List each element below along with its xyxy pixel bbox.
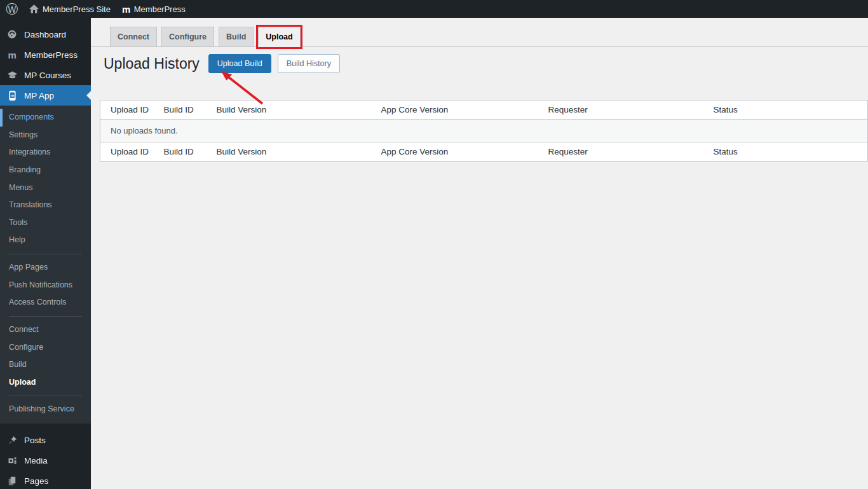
column-status: Status [707, 100, 868, 120]
submenu-item-menus[interactable]: Menus [0, 179, 91, 197]
sidebar-item-label: MP Courses [24, 71, 71, 80]
home-icon [29, 4, 39, 13]
memberpress-adminbar-label: MemberPress [134, 4, 186, 14]
column-app-core-version: App Core Version [375, 142, 542, 162]
submenu-item-integrations[interactable]: Integrations [0, 144, 91, 162]
page-title: Upload History [104, 55, 200, 73]
memberpress-icon: m [6, 49, 18, 60]
column-status: Status [707, 142, 868, 162]
submenu-item-app-pages[interactable]: App Pages [0, 259, 91, 277]
column-upload-id: Upload ID [100, 100, 158, 120]
column-build-id: Build ID [158, 142, 210, 162]
submenu-item-branding[interactable]: Branding [0, 162, 91, 179]
tab-configure[interactable]: Configure [161, 27, 214, 46]
main-menu: Dashboard m MemberPress MP Courses m MP … [0, 18, 91, 106]
column-requester: Requester [542, 142, 707, 162]
submenu-item-publishing-service[interactable]: Publishing Service [0, 401, 91, 418]
submenu-item-translations[interactable]: Translations [0, 196, 91, 214]
table-footer: Upload ID Build ID Build Version App Cor… [100, 142, 868, 162]
sidebar-item-label: MP App [24, 91, 54, 100]
submenu-group-1: Components Settings Integrations Brandin… [0, 109, 91, 249]
tab-upload[interactable]: Upload [258, 27, 300, 47]
submenu-item-access-controls[interactable]: Access Controls [0, 294, 91, 312]
sidebar-item-label: Dashboard [24, 30, 66, 39]
table-header: Upload ID Build ID Build Version App Cor… [100, 100, 868, 120]
courses-icon [6, 69, 18, 81]
sidebar-item-memberpress[interactable]: m MemberPress [0, 45, 91, 65]
submenu-group-4: Publishing Service [0, 401, 91, 418]
build-history-button[interactable]: Build History [278, 54, 340, 73]
mp-app-submenu: Components Settings Integrations Brandin… [0, 106, 91, 424]
page-header: Upload History Upload Build Build Histor… [104, 54, 868, 73]
submenu-item-components[interactable]: Components [0, 109, 91, 127]
sidebar-item-mp-app[interactable]: m MP App [0, 85, 91, 106]
column-build-id: Build ID [158, 100, 210, 120]
dashboard-icon [6, 29, 18, 40]
upload-history-table: Upload ID Build ID Build Version App Cor… [100, 100, 868, 162]
sidebar-item-mp-courses[interactable]: MP Courses [0, 65, 91, 85]
submenu-item-configure[interactable]: Configure [0, 339, 91, 357]
submenu-item-upload[interactable]: Upload [0, 374, 91, 392]
pages-icon [6, 475, 18, 486]
submenu-divider [9, 254, 82, 254]
sidebar-item-label: Pages [24, 476, 48, 486]
media-icon [6, 455, 18, 466]
submenu-item-settings[interactable]: Settings [0, 127, 91, 144]
column-requester: Requester [542, 100, 707, 120]
tab-connect[interactable]: Connect [110, 27, 157, 46]
column-app-core-version: App Core Version [375, 100, 542, 120]
empty-message: No uploads found. [100, 120, 868, 142]
upload-build-button[interactable]: Upload Build [208, 54, 271, 73]
wordpress-logo-menu[interactable]: Ⓦ [0, 0, 24, 18]
submenu-item-push-notifications[interactable]: Push Notifications [0, 277, 91, 294]
submenu-group-2: App Pages Push Notifications Access Cont… [0, 259, 91, 312]
wordpress-logo-icon: Ⓦ [6, 3, 18, 15]
column-upload-id: Upload ID [100, 142, 158, 162]
sidebar-item-dashboard[interactable]: Dashboard [0, 24, 91, 45]
sidebar-item-label: Posts [24, 436, 46, 445]
site-name-label: MemberPress Site [43, 4, 111, 14]
table-row: No uploads found. [100, 120, 868, 142]
core-menu: Posts Media Pages Comments Adminbar Edit… [0, 430, 91, 489]
sidebar-item-pages[interactable]: Pages [0, 471, 91, 489]
sidebar-item-label: Media [24, 456, 48, 465]
svg-text:m: m [10, 93, 13, 97]
content-area: Connect Configure Build Upload Upload Hi… [91, 18, 868, 489]
column-build-version: Build Version [210, 100, 375, 120]
admin-sidebar: Dashboard m MemberPress MP Courses m MP … [0, 18, 91, 489]
tab-build[interactable]: Build [219, 27, 254, 46]
column-build-version: Build Version [210, 142, 375, 162]
sidebar-item-posts[interactable]: Posts [0, 430, 91, 450]
memberpress-logo-icon: m [122, 4, 130, 15]
submenu-divider [9, 396, 82, 396]
sidebar-item-label: MemberPress [24, 50, 78, 60]
admin-bar: Ⓦ MemberPress Site m MemberPress [0, 0, 868, 18]
submenu-item-connect[interactable]: Connect [0, 321, 91, 339]
submenu-divider [9, 316, 82, 317]
app-icon: m [6, 90, 18, 101]
tab-bar: Connect Configure Build Upload [91, 18, 868, 47]
sidebar-item-media[interactable]: Media [0, 450, 91, 471]
submenu-item-build[interactable]: Build [0, 356, 91, 374]
pushpin-icon [6, 434, 18, 446]
memberpress-adminbar-menu[interactable]: m MemberPress [116, 0, 191, 18]
submenu-item-tools[interactable]: Tools [0, 214, 91, 232]
site-name-menu[interactable]: MemberPress Site [24, 0, 116, 18]
submenu-group-3: Connect Configure Build Upload [0, 321, 91, 392]
submenu-item-help[interactable]: Help [0, 231, 91, 249]
